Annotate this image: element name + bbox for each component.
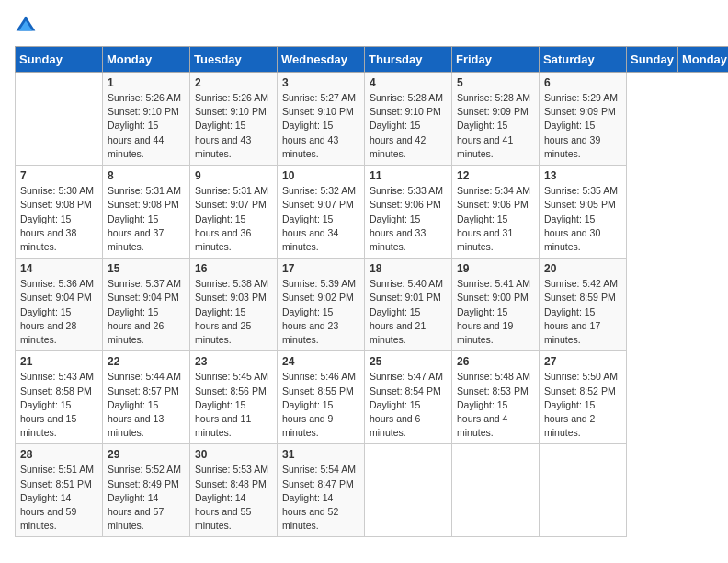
- day-info: Sunrise: 5:43 AMSunset: 8:58 PMDaylight:…: [20, 370, 97, 440]
- day-info: Sunrise: 5:48 AMSunset: 8:53 PMDaylight:…: [457, 370, 534, 440]
- day-info: Sunrise: 5:40 AMSunset: 9:01 PMDaylight:…: [370, 277, 447, 347]
- calendar-week-2: 7Sunrise: 5:30 AMSunset: 9:08 PMDaylight…: [16, 166, 729, 259]
- calendar-cell: 29Sunrise: 5:52 AMSunset: 8:49 PMDayligh…: [103, 444, 190, 537]
- day-number: 11: [370, 169, 447, 182]
- header-day-monday: Monday: [103, 47, 190, 73]
- day-number: 12: [457, 169, 534, 182]
- logo: [15, 15, 40, 37]
- day-info: Sunrise: 5:51 AMSunset: 8:51 PMDaylight:…: [20, 463, 97, 533]
- day-number: 9: [195, 169, 272, 182]
- day-info: Sunrise: 5:45 AMSunset: 8:56 PMDaylight:…: [195, 370, 272, 440]
- day-info: Sunrise: 5:41 AMSunset: 9:00 PMDaylight:…: [457, 277, 534, 347]
- day-info: Sunrise: 5:33 AMSunset: 9:06 PMDaylight:…: [370, 184, 447, 254]
- day-number: 25: [370, 355, 447, 368]
- day-info: Sunrise: 5:54 AMSunset: 8:47 PMDaylight:…: [282, 463, 359, 533]
- day-info: Sunrise: 5:30 AMSunset: 9:08 PMDaylight:…: [20, 184, 97, 254]
- calendar-cell: 30Sunrise: 5:53 AMSunset: 8:48 PMDayligh…: [190, 444, 278, 537]
- day-number: 2: [195, 76, 272, 89]
- calendar-cell: 27Sunrise: 5:50 AMSunset: 8:52 PMDayligh…: [540, 351, 627, 444]
- day-number: 5: [457, 76, 534, 89]
- calendar-cell: 16Sunrise: 5:38 AMSunset: 9:03 PMDayligh…: [190, 259, 278, 351]
- calendar-cell: 26Sunrise: 5:48 AMSunset: 8:53 PMDayligh…: [452, 351, 540, 444]
- day-number: 26: [457, 355, 534, 368]
- calendar-cell: 24Sunrise: 5:46 AMSunset: 8:55 PMDayligh…: [278, 351, 365, 444]
- day-number: 23: [195, 355, 272, 368]
- calendar-cell: 7Sunrise: 5:30 AMSunset: 9:08 PMDaylight…: [16, 166, 103, 259]
- calendar-cell: 18Sunrise: 5:40 AMSunset: 9:01 PMDayligh…: [365, 259, 452, 351]
- calendar-cell: 1Sunrise: 5:26 AMSunset: 9:10 PMDaylight…: [103, 73, 190, 166]
- calendar-cell: 14Sunrise: 5:36 AMSunset: 9:04 PMDayligh…: [16, 259, 103, 351]
- day-number: 15: [108, 262, 185, 275]
- header-day-thursday: Thursday: [365, 47, 452, 73]
- day-number: 10: [282, 169, 359, 182]
- calendar-cell: 9Sunrise: 5:31 AMSunset: 9:07 PMDaylight…: [190, 166, 278, 259]
- day-info: Sunrise: 5:36 AMSunset: 9:04 PMDaylight:…: [20, 277, 97, 347]
- day-info: Sunrise: 5:32 AMSunset: 9:07 PMDaylight:…: [282, 184, 359, 254]
- day-info: Sunrise: 5:31 AMSunset: 9:07 PMDaylight:…: [195, 184, 272, 254]
- calendar-week-5: 28Sunrise: 5:51 AMSunset: 8:51 PMDayligh…: [16, 444, 729, 537]
- day-number: 22: [108, 355, 185, 368]
- day-info: Sunrise: 5:46 AMSunset: 8:55 PMDaylight:…: [282, 370, 359, 440]
- header-day-saturday: Saturday: [540, 47, 627, 73]
- calendar-cell: 4Sunrise: 5:28 AMSunset: 9:10 PMDaylight…: [365, 73, 452, 166]
- header-day-friday: Friday: [452, 47, 540, 73]
- day-number: 30: [195, 448, 272, 461]
- day-info: Sunrise: 5:28 AMSunset: 9:09 PMDaylight:…: [457, 91, 534, 161]
- day-number: 8: [108, 169, 185, 182]
- calendar-week-1: 1Sunrise: 5:26 AMSunset: 9:10 PMDaylight…: [16, 73, 729, 166]
- calendar-cell: 23Sunrise: 5:45 AMSunset: 8:56 PMDayligh…: [190, 351, 278, 444]
- day-number: 20: [544, 262, 621, 275]
- calendar-cell: 3Sunrise: 5:27 AMSunset: 9:10 PMDaylight…: [278, 73, 365, 166]
- day-info: Sunrise: 5:53 AMSunset: 8:48 PMDaylight:…: [195, 463, 272, 533]
- day-number: 29: [108, 448, 185, 461]
- calendar-cell: 31Sunrise: 5:54 AMSunset: 8:47 PMDayligh…: [278, 444, 365, 537]
- calendar-table: SundayMondayTuesdayWednesdayThursdayFrid…: [15, 46, 728, 537]
- calendar-cell: 20Sunrise: 5:42 AMSunset: 8:59 PMDayligh…: [540, 259, 627, 351]
- day-info: Sunrise: 5:34 AMSunset: 9:06 PMDaylight:…: [457, 184, 534, 254]
- calendar-cell: 12Sunrise: 5:34 AMSunset: 9:06 PMDayligh…: [452, 166, 540, 259]
- day-info: Sunrise: 5:42 AMSunset: 8:59 PMDaylight:…: [544, 277, 621, 347]
- header-day-sunday: Sunday: [16, 47, 103, 73]
- calendar-cell: 17Sunrise: 5:39 AMSunset: 9:02 PMDayligh…: [278, 259, 365, 351]
- day-number: 24: [282, 355, 359, 368]
- day-number: 6: [544, 76, 621, 89]
- day-info: Sunrise: 5:52 AMSunset: 8:49 PMDaylight:…: [108, 463, 185, 533]
- calendar-cell: 11Sunrise: 5:33 AMSunset: 9:06 PMDayligh…: [365, 166, 452, 259]
- calendar-cell: 10Sunrise: 5:32 AMSunset: 9:07 PMDayligh…: [278, 166, 365, 259]
- calendar-cell: [16, 73, 103, 166]
- day-number: 4: [370, 76, 447, 89]
- calendar-week-3: 14Sunrise: 5:36 AMSunset: 9:04 PMDayligh…: [16, 259, 729, 351]
- calendar-cell: 22Sunrise: 5:44 AMSunset: 8:57 PMDayligh…: [103, 351, 190, 444]
- calendar-week-4: 21Sunrise: 5:43 AMSunset: 8:58 PMDayligh…: [16, 351, 729, 444]
- day-number: 27: [544, 355, 621, 368]
- header: [15, 15, 713, 37]
- calendar-cell: 19Sunrise: 5:41 AMSunset: 9:00 PMDayligh…: [452, 259, 540, 351]
- calendar-header-row: SundayMondayTuesdayWednesdayThursdayFrid…: [16, 47, 729, 73]
- day-number: 14: [20, 262, 97, 275]
- day-number: 21: [20, 355, 97, 368]
- day-info: Sunrise: 5:38 AMSunset: 9:03 PMDaylight:…: [195, 277, 272, 347]
- calendar-cell: [452, 444, 540, 537]
- calendar-cell: 13Sunrise: 5:35 AMSunset: 9:05 PMDayligh…: [540, 166, 627, 259]
- header-day-wednesday: Wednesday: [278, 47, 365, 73]
- day-info: Sunrise: 5:39 AMSunset: 9:02 PMDaylight:…: [282, 277, 359, 347]
- day-number: 7: [20, 169, 97, 182]
- day-number: 16: [195, 262, 272, 275]
- day-number: 28: [20, 448, 97, 461]
- day-info: Sunrise: 5:50 AMSunset: 8:52 PMDaylight:…: [544, 370, 621, 440]
- calendar-cell: 6Sunrise: 5:29 AMSunset: 9:09 PMDaylight…: [540, 73, 627, 166]
- calendar-cell: 25Sunrise: 5:47 AMSunset: 8:54 PMDayligh…: [365, 351, 452, 444]
- day-info: Sunrise: 5:29 AMSunset: 9:09 PMDaylight:…: [544, 91, 621, 161]
- day-info: Sunrise: 5:27 AMSunset: 9:10 PMDaylight:…: [282, 91, 359, 161]
- calendar-cell: [365, 444, 452, 537]
- day-number: 1: [108, 76, 185, 89]
- calendar-cell: 21Sunrise: 5:43 AMSunset: 8:58 PMDayligh…: [16, 351, 103, 444]
- day-number: 18: [370, 262, 447, 275]
- day-info: Sunrise: 5:26 AMSunset: 9:10 PMDaylight:…: [195, 91, 272, 161]
- day-info: Sunrise: 5:44 AMSunset: 8:57 PMDaylight:…: [108, 370, 185, 440]
- day-number: 31: [282, 448, 359, 461]
- day-number: 19: [457, 262, 534, 275]
- header-day-tuesday: Tuesday: [190, 47, 278, 73]
- day-info: Sunrise: 5:35 AMSunset: 9:05 PMDaylight:…: [544, 184, 621, 254]
- header-sunday: Sunday: [627, 47, 678, 73]
